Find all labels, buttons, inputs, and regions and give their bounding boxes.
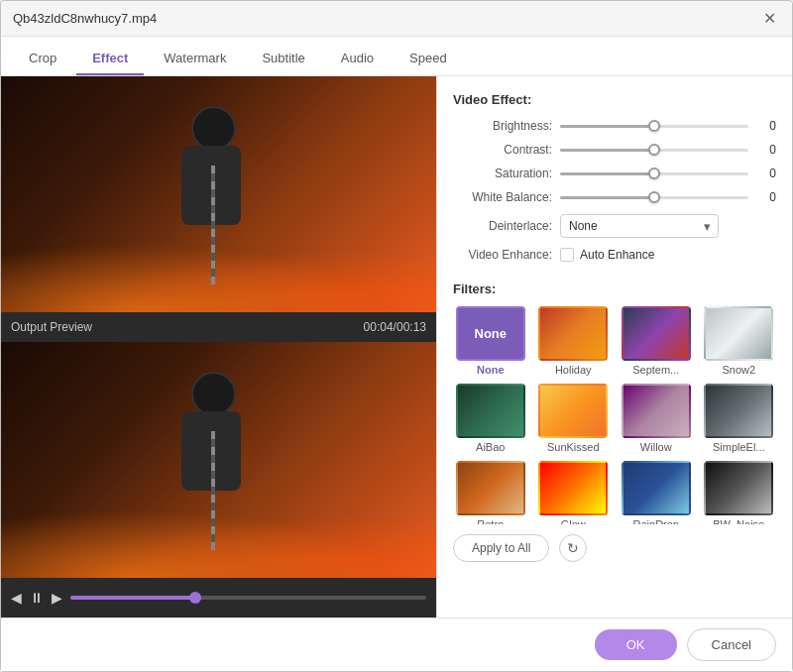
filter-item-willow[interactable]: Willow <box>619 384 694 453</box>
filter-label-none: None <box>477 364 505 376</box>
progress-fill <box>70 596 195 600</box>
character-bottom <box>171 372 290 570</box>
video-frame-bottom <box>1 342 436 578</box>
tab-speed[interactable]: Speed <box>394 43 463 75</box>
deinterlace-label: Deinterlace: <box>453 219 552 233</box>
tab-bar: Crop Effect Watermark Subtitle Audio Spe… <box>1 37 792 76</box>
white-balance-slider[interactable] <box>560 196 748 199</box>
saturation-label: Saturation: <box>453 167 552 180</box>
playback-bar: ◀ ⏸ ▶ <box>1 578 436 617</box>
filter-thumb-holiday <box>538 306 608 361</box>
contrast-slider[interactable] <box>560 149 748 152</box>
filter-thumb-septem <box>622 306 691 361</box>
filter-thumb-raindrop <box>622 461 691 515</box>
tab-watermark[interactable]: Watermark <box>148 43 242 75</box>
refresh-icon: ↻ <box>567 540 579 556</box>
filter-item-holiday[interactable]: Holiday <box>536 306 612 376</box>
filter-thumb-none: None <box>456 306 525 361</box>
white-balance-thumb[interactable] <box>648 191 660 203</box>
output-preview-label: Output Preview <box>11 320 92 334</box>
filter-label-bwnoise: BW_Noise <box>713 518 764 524</box>
close-button[interactable]: ✕ <box>759 9 780 29</box>
pause-button[interactable]: ⏸ <box>30 590 44 606</box>
filter-label-raindrop: RainDrop <box>633 518 679 524</box>
contrast-row: Contrast: 0 <box>453 143 776 157</box>
filter-thumb-aibao <box>456 384 525 438</box>
main-content: Output Preview 00:04/00:13 ◀ ⏸ ▶ <box>1 76 792 617</box>
saturation-slider-container: 0 <box>560 167 776 180</box>
brightness-label: Brightness: <box>453 119 552 133</box>
video-preview-bottom <box>1 342 436 578</box>
saturation-thumb[interactable] <box>648 168 660 179</box>
filters-section: Filters: None None Holiday <box>453 281 776 562</box>
saturation-slider[interactable] <box>560 172 748 175</box>
filter-thumb-snow2 <box>704 306 773 361</box>
footer: OK Cancel <box>1 617 792 671</box>
ok-button[interactable]: OK <box>595 629 677 660</box>
filter-label-septem: Septem... <box>632 364 679 376</box>
char-chain <box>211 166 215 284</box>
enhance-row: Video Enhance: Auto Enhance <box>453 248 776 262</box>
tab-crop[interactable]: Crop <box>13 43 72 75</box>
brightness-value: 0 <box>756 119 776 133</box>
white-balance-value: 0 <box>756 190 776 204</box>
play-button[interactable]: ▶ <box>52 590 62 606</box>
main-window: Qb43zldC8nwhucy7.mp4 ✕ Crop Effect Water… <box>0 0 793 672</box>
filter-label-holiday: Holiday <box>555 364 592 376</box>
deinterlace-select[interactable]: None Yadif Yadif (Field) Yadif (Frame) <box>560 214 719 238</box>
filter-item-retro[interactable]: Retro <box>453 461 528 524</box>
contrast-slider-container: 0 <box>560 143 776 157</box>
filter-item-glow[interactable]: Glow <box>536 461 612 524</box>
left-panel: Output Preview 00:04/00:13 ◀ ⏸ ▶ <box>1 76 437 617</box>
filter-item-raindrop[interactable]: RainDrop <box>619 461 694 524</box>
filter-label-simpleel: SimpleEl... <box>713 441 765 453</box>
char-chain-b <box>211 431 215 550</box>
tab-audio[interactable]: Audio <box>325 43 390 75</box>
white-balance-row: White Balance: 0 <box>453 190 776 204</box>
deinterlace-row: Deinterlace: None Yadif Yadif (Field) Ya… <box>453 214 776 238</box>
filter-thumb-glow <box>538 461 608 515</box>
tab-subtitle[interactable]: Subtitle <box>246 43 320 75</box>
apply-to-all-button[interactable]: Apply to All <box>453 534 549 562</box>
contrast-value: 0 <box>756 143 776 157</box>
contrast-label: Contrast: <box>453 143 552 157</box>
filter-item-aibao[interactable]: AiBao <box>453 384 528 453</box>
deinterlace-select-wrapper: None Yadif Yadif (Field) Yadif (Frame) <box>560 214 719 238</box>
white-balance-label: White Balance: <box>453 190 552 204</box>
char-head-b <box>191 372 236 416</box>
brightness-row: Brightness: 0 <box>453 119 776 133</box>
right-panel: Video Effect: Brightness: 0 Contrast: <box>437 76 792 617</box>
filters-title: Filters: <box>453 281 776 296</box>
filter-thumb-bwnoise <box>704 461 773 515</box>
refresh-button[interactable]: ↻ <box>559 534 587 562</box>
filter-item-sunkissed[interactable]: SunKissed <box>536 384 612 453</box>
filter-label-sunkissed: SunKissed <box>547 441 600 453</box>
filter-item-simpleel[interactable]: SimpleEl... <box>702 384 777 453</box>
filters-grid: None None Holiday Septem... <box>453 306 776 524</box>
filter-item-septem[interactable]: Septem... <box>619 306 694 376</box>
saturation-value: 0 <box>756 167 776 180</box>
progress-thumb[interactable] <box>189 592 201 604</box>
filter-item-bwnoise[interactable]: BW_Noise <box>702 461 777 524</box>
preview-info-bar: Output Preview 00:04/00:13 <box>1 312 436 342</box>
enhance-text: Auto Enhance <box>580 248 654 262</box>
rewind-button[interactable]: ◀ <box>11 590 22 606</box>
video-effect-title: Video Effect: <box>453 92 776 107</box>
white-balance-slider-container: 0 <box>560 190 776 204</box>
filter-thumb-willow <box>622 384 691 438</box>
character-top <box>171 106 290 304</box>
contrast-thumb[interactable] <box>648 144 660 156</box>
filter-none-label-inside: None <box>475 326 508 341</box>
enhance-checkbox[interactable] <box>560 248 574 262</box>
brightness-slider[interactable] <box>560 125 748 128</box>
cancel-button[interactable]: Cancel <box>687 628 776 661</box>
progress-track[interactable] <box>70 596 426 600</box>
filter-item-none[interactable]: None None <box>453 306 528 376</box>
brightness-thumb[interactable] <box>648 120 660 132</box>
filter-item-snow2[interactable]: Snow2 <box>702 306 777 376</box>
white-balance-fill <box>560 196 654 199</box>
tab-effect[interactable]: Effect <box>76 43 144 75</box>
filter-label-willow: Willow <box>640 441 672 453</box>
video-preview-top <box>1 76 436 312</box>
filter-thumb-retro <box>456 461 525 515</box>
